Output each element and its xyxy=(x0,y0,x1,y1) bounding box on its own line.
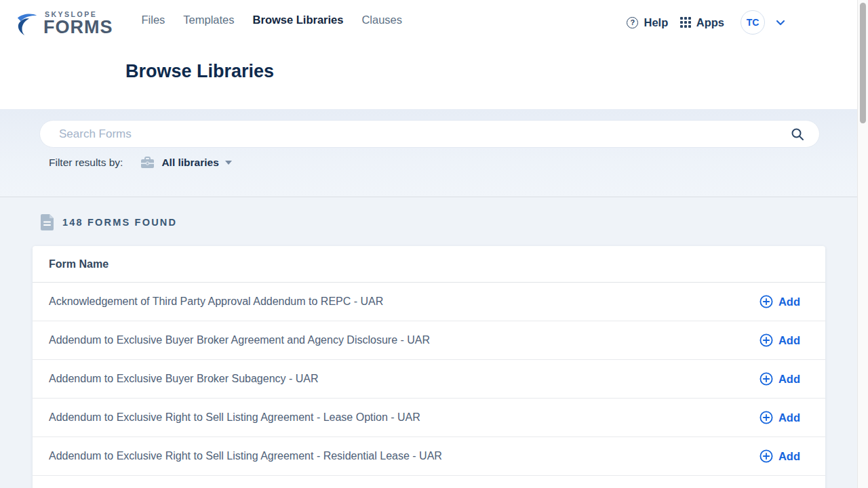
document-icon xyxy=(41,214,54,230)
user-menu[interactable]: TC xyxy=(741,10,785,35)
form-name: Addendum to Exclusive Buyer Broker Agree… xyxy=(49,334,430,346)
chevron-down-icon[interactable] xyxy=(776,20,785,26)
apps-button[interactable]: Apps xyxy=(680,16,724,29)
form-name: Addendum to Exclusive Right to Sell List… xyxy=(49,411,420,424)
results-count-row: 148 FORMS FOUND xyxy=(41,214,177,230)
filter-label: Filter results by: xyxy=(49,157,123,169)
add-button[interactable]: Add xyxy=(760,411,800,424)
nav-item-clauses[interactable]: Clauses xyxy=(361,14,402,26)
filter-row: Filter results by: All libraries xyxy=(49,156,232,169)
form-name: Addendum to Exclusive Right to Sell List… xyxy=(49,450,442,462)
form-rows: Acknowledgement of Third Party Approval … xyxy=(33,283,825,476)
skyslope-forms-logo[interactable]: SKYSLOPE FORMS xyxy=(15,10,113,36)
form-name-column-header: Form Name xyxy=(49,258,108,270)
library-filter-value: All libraries xyxy=(161,157,218,169)
form-name: Addendum to Exclusive Buyer Broker Subag… xyxy=(49,373,319,385)
search-input[interactable] xyxy=(40,121,787,147)
main-nav: Files Templates Browse Libraries Clauses xyxy=(142,14,403,26)
page-title: Browse Libraries xyxy=(125,61,274,82)
help-question-icon: ? xyxy=(627,17,638,28)
plus-circle-icon xyxy=(760,333,773,347)
form-name: Acknowledgement of Third Party Approval … xyxy=(49,296,383,308)
brand-wordmark: SKYSLOPE FORMS xyxy=(43,10,113,36)
brand-name-bottom: FORMS xyxy=(43,18,113,36)
add-button-label: Add xyxy=(778,296,800,308)
table-row: Acknowledgement of Third Party Approval … xyxy=(33,283,825,321)
search-icon xyxy=(791,127,804,141)
briefcase-icon xyxy=(140,156,155,169)
plus-circle-icon xyxy=(760,372,773,386)
add-button[interactable]: Add xyxy=(760,333,800,347)
results-count-label: 148 FORMS FOUND xyxy=(62,217,177,228)
table-header-row: Form Name xyxy=(33,246,825,283)
add-button-label: Add xyxy=(778,334,800,347)
apps-grid-icon xyxy=(680,17,691,28)
forms-table-card: Form Name Acknowledgement of Third Party… xyxy=(33,246,825,488)
add-button[interactable]: Add xyxy=(760,449,800,463)
library-filter-dropdown[interactable]: All libraries xyxy=(161,157,231,169)
app-header: SKYSLOPE FORMS Files Templates Browse Li… xyxy=(0,0,857,109)
help-label: Help xyxy=(644,16,668,29)
search-bar xyxy=(39,120,820,148)
apps-label: Apps xyxy=(696,16,724,29)
table-row: Addendum to Exclusive Buyer Broker Agree… xyxy=(33,321,825,360)
skyslope-logo-icon xyxy=(15,13,41,36)
table-row: Addendum to Exclusive Buyer Broker Subag… xyxy=(33,360,825,399)
add-button[interactable]: Add xyxy=(760,295,800,308)
help-button[interactable]: ? Help xyxy=(627,16,668,29)
table-row-partial xyxy=(33,476,825,486)
add-button[interactable]: Add xyxy=(760,372,800,386)
plus-circle-icon xyxy=(760,411,773,424)
avatar[interactable]: TC xyxy=(741,10,765,35)
caret-down-icon xyxy=(225,161,232,165)
nav-item-files[interactable]: Files xyxy=(142,14,165,26)
add-button-label: Add xyxy=(778,411,800,424)
nav-item-templates[interactable]: Templates xyxy=(183,14,234,26)
page-scrollbar-track[interactable] xyxy=(857,0,868,488)
add-button-label: Add xyxy=(778,373,800,386)
table-row: Addendum to Exclusive Right to Sell List… xyxy=(33,437,825,476)
search-section: Filter results by: All libraries xyxy=(0,109,857,197)
topbar-right: ? Help Apps TC xyxy=(627,10,785,35)
page-scrollbar-thumb[interactable] xyxy=(860,3,866,123)
plus-circle-icon xyxy=(760,295,773,308)
search-button[interactable] xyxy=(787,127,819,141)
add-button-label: Add xyxy=(778,450,800,463)
table-row: Addendum to Exclusive Right to Sell List… xyxy=(33,399,825,437)
top-navigation-bar: SKYSLOPE FORMS Files Templates Browse Li… xyxy=(0,0,857,46)
results-section: 148 FORMS FOUND Form Name Acknowledgemen… xyxy=(0,198,857,488)
nav-item-browse-libraries[interactable]: Browse Libraries xyxy=(253,14,344,26)
plus-circle-icon xyxy=(760,449,773,463)
